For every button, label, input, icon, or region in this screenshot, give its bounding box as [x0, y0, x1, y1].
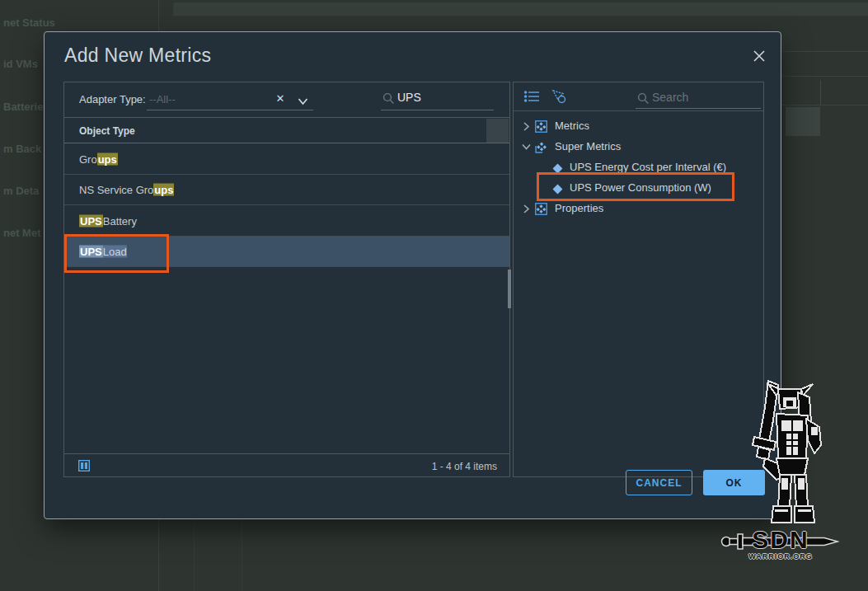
sdn-logo-text: SDN: [719, 526, 842, 554]
tree-node-metrics[interactable]: Metrics: [514, 116, 763, 137]
hierarchy-view-button[interactable]: [550, 88, 567, 107]
sidebar-item[interactable]: net Status: [3, 16, 74, 29]
item-count: 1 - 4 of 4 items: [432, 461, 497, 472]
adapter-type-label: Adapter Type:: [79, 93, 146, 106]
table-header: Object Type: [64, 117, 509, 143]
hierarchy-icon: [550, 88, 567, 105]
scrollbar-corner: [486, 119, 509, 143]
table-row[interactable]: Groups: [64, 143, 509, 175]
tree-node-super-metrics[interactable]: Super Metrics: [514, 137, 763, 157]
chevron-down-icon[interactable]: [521, 142, 532, 152]
search-icon: [637, 92, 650, 105]
table-row[interactable]: UPSBattery: [64, 205, 509, 237]
background-table-line: [782, 105, 868, 106]
tree-search: [636, 87, 761, 109]
row-text: NS Service Gro: [79, 184, 153, 196]
clear-filter-icon[interactable]: ✕: [274, 92, 287, 106]
list-view-button[interactable]: [524, 90, 540, 106]
row-text: Battery: [103, 214, 137, 227]
properties-icon: [535, 203, 547, 215]
column-header-object-type: Object Type: [79, 125, 135, 137]
metrics-tree-panel: Metrics Super Metrics UPS Energy Cost pe…: [513, 82, 764, 477]
vertical-scrollbar[interactable]: [508, 270, 511, 308]
tree-node-label: Properties: [555, 202, 603, 214]
metrics-icon: [535, 120, 547, 133]
adapter-type-value: --All--: [149, 93, 176, 106]
adapter-type-combobox[interactable]: --All-- ✕: [147, 87, 313, 110]
close-icon: [752, 49, 767, 63]
table-row-selected[interactable]: UPSLoad: [64, 237, 509, 267]
super-metrics-icon: [535, 141, 547, 153]
tree-leaf-ups-power-consumption[interactable]: UPS Power Consumption (W): [514, 178, 763, 199]
background-table-line: [782, 51, 868, 52]
tree-toolbar: [514, 82, 763, 111]
chevron-right-icon[interactable]: [521, 121, 531, 132]
tree-search-input[interactable]: [652, 91, 743, 104]
tree-leaf-ups-energy-cost[interactable]: UPS Energy Cost per Interval (€): [514, 157, 763, 178]
list-icon: [524, 90, 540, 103]
tree-leaf-label: UPS Energy Cost per Interval (€): [570, 161, 726, 173]
sdn-logo-subtext: WARRIOR.ORG: [719, 552, 842, 561]
table-footer: 1 - 4 of 4 items: [64, 453, 509, 477]
background-divider: [242, 519, 242, 591]
background-topbar: [173, 2, 868, 16]
cancel-button[interactable]: CANCEL: [626, 470, 692, 495]
object-type-search: [381, 87, 494, 110]
table-row[interactable]: NS Service Groups: [64, 175, 509, 205]
search-match: ups: [153, 184, 174, 196]
tree-leaf-label: UPS Power Consumption (W): [570, 181, 711, 194]
chevron-down-icon[interactable]: [298, 94, 308, 109]
search-icon: [382, 92, 395, 105]
tree-node-label: Metrics: [555, 120, 589, 132]
search-match: ups: [97, 152, 118, 165]
dialog-title: Add New Metrics: [64, 45, 211, 67]
metric-diamond-icon: [552, 184, 563, 195]
object-type-panel: Adapter Type: --All-- ✕ Object Type G: [63, 82, 510, 477]
tree-node-properties[interactable]: Properties: [514, 199, 763, 219]
column-picker-button[interactable]: [78, 460, 90, 471]
ok-button[interactable]: OK: [703, 470, 765, 495]
background-divider: [194, 519, 195, 591]
search-match: UPS: [79, 246, 103, 258]
tree-node-label: Super Metrics: [555, 140, 621, 152]
sdn-sword-logo: [719, 528, 842, 556]
search-input[interactable]: [397, 91, 488, 104]
row-text: Gro: [79, 152, 97, 165]
columns-icon: [78, 460, 90, 471]
background-table-line: [782, 76, 868, 77]
row-text: Load: [103, 246, 127, 258]
add-metrics-dialog: Add New Metrics Adapter Type: --All-- ✕: [44, 31, 781, 519]
chevron-right-icon[interactable]: [521, 204, 531, 214]
background-table-divider: [820, 80, 821, 105]
metric-diamond-icon: [552, 163, 563, 174]
search-match: UPS: [79, 214, 103, 227]
background-table-cell: [786, 107, 820, 136]
adapter-filter-row: Adapter Type: --All-- ✕: [64, 82, 509, 117]
close-button[interactable]: [748, 45, 771, 68]
